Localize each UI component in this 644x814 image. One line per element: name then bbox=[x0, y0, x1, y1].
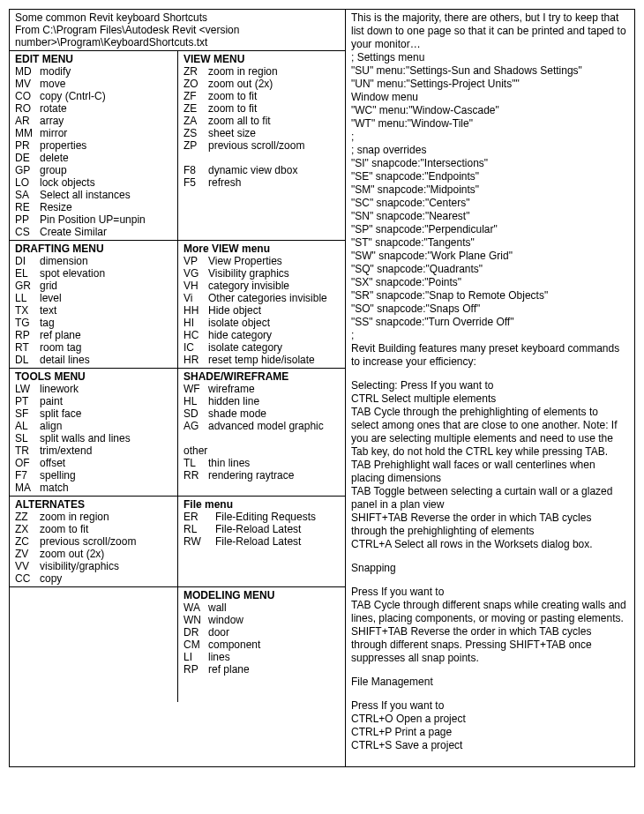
shortcut-text: zoom to fit bbox=[208, 90, 257, 102]
shortcut-code: WN bbox=[183, 614, 208, 626]
text-line: "WT" menu:"Window-Tile" bbox=[351, 117, 627, 131]
text-line: CTRL Select multiple elements bbox=[351, 392, 627, 406]
shortcut-text: reset temp hide/isolate bbox=[208, 354, 315, 366]
row-modeling: MODELING MENU WAwallWNwindowDRdoorCMcomp… bbox=[10, 587, 345, 702]
shortcut-code: HC bbox=[183, 329, 208, 341]
shortcut-text: previous scroll/zoom bbox=[208, 139, 304, 152]
shortcut-text: wall bbox=[208, 601, 227, 614]
row-alternates-file: ALTERNATES ZZzoom in regionZXzoom to fit… bbox=[10, 497, 345, 587]
moreview-menu-col: More VIEW menu VPView PropertiesVGVisibi… bbox=[177, 241, 345, 368]
shortcut-code: GR bbox=[15, 280, 40, 292]
shortcut-item: REResize bbox=[15, 201, 172, 213]
shortcut-text: hidden line bbox=[208, 395, 259, 407]
tools-menu-col: TOOLS MENU LWlineworkPTpaintSFsplit face… bbox=[10, 369, 177, 496]
shortcut-item: CMcomponent bbox=[183, 639, 340, 651]
shortcut-item: RPref plane bbox=[183, 663, 340, 676]
shortcut-item: ZOzoom out (2x) bbox=[183, 78, 340, 90]
shortcut-text: group bbox=[40, 164, 67, 176]
shortcut-item: AGadvanced model graphic bbox=[183, 420, 340, 432]
shortcut-text: split walls and lines bbox=[40, 432, 131, 444]
snapping-press: Press If you want to bbox=[351, 586, 627, 599]
shortcut-item: HHHide object bbox=[183, 304, 340, 317]
shortcut-text: advanced model graphic bbox=[208, 420, 324, 432]
shortcut-code: ZC bbox=[15, 535, 40, 548]
shortcut-code: RR bbox=[183, 469, 208, 482]
shortcut-text: dimension bbox=[40, 255, 88, 267]
shade-menu-title: SHADE/WIREFRAME bbox=[183, 370, 340, 383]
selecting-title: Selecting: Press If you want to bbox=[351, 379, 627, 392]
text-line: "SR" snapcode:"Snap to Remote Objects" bbox=[351, 289, 627, 302]
shortcut-item: ZEzoom to fit bbox=[183, 102, 340, 115]
shortcut-item: SDshade mode bbox=[183, 407, 340, 420]
shortcut-text: Select all instances bbox=[40, 189, 131, 201]
tools-menu-title: TOOLS MENU bbox=[15, 370, 172, 383]
shortcut-code: VG bbox=[183, 267, 208, 280]
shortcut-text: lock objects bbox=[40, 176, 95, 189]
text-line: TAB Toggle between selecting a curtain w… bbox=[351, 485, 627, 512]
shortcut-code: RT bbox=[15, 341, 40, 354]
shortcut-item: DLdetail lines bbox=[15, 354, 172, 366]
shortcut-item: ZAzoom all to fit bbox=[183, 115, 340, 127]
shortcut-text: modify bbox=[40, 65, 71, 78]
shortcut-text: rotate bbox=[40, 102, 67, 115]
shortcut-code: CC bbox=[15, 572, 40, 585]
shortcut-text: linework bbox=[40, 383, 79, 395]
shortcut-item: F7spelling bbox=[15, 469, 172, 482]
shortcut-item: ZPprevious scroll/zoom bbox=[183, 139, 340, 152]
text-line: "SI" snapcode:"Intersections" bbox=[351, 157, 627, 170]
snap-title: ; snap overrides bbox=[351, 144, 627, 157]
shortcut-code: ZA bbox=[183, 115, 208, 127]
shortcut-item: OFoffset bbox=[15, 457, 172, 469]
shortcut-code: RO bbox=[15, 102, 40, 115]
shortcut-item: DIdimension bbox=[15, 255, 172, 267]
text-line: SHIFT+TAB Reverse the order in which TAB… bbox=[351, 512, 627, 538]
shortcut-item: RLFile-Reload Latest bbox=[183, 523, 340, 535]
shortcut-text: move bbox=[40, 78, 65, 90]
shortcut-item: TGtag bbox=[15, 317, 172, 329]
shortcut-code: AL bbox=[15, 420, 40, 432]
shortcut-text: Hide object bbox=[208, 304, 261, 317]
shortcut-code: F8 bbox=[183, 164, 208, 176]
shortcut-text: Pin Position UP=unpin bbox=[40, 213, 146, 226]
text-line: CTRL+A Select all rows in the Worksets d… bbox=[351, 538, 627, 551]
shortcut-item: ALalign bbox=[15, 420, 172, 432]
shortcut-item: ERFile-Editing Requests bbox=[183, 511, 340, 523]
shortcut-item: PRproperties bbox=[15, 139, 172, 152]
shortcut-code: GP bbox=[15, 164, 40, 176]
shortcut-code: EL bbox=[15, 267, 40, 280]
shortcut-code: ZX bbox=[15, 523, 40, 535]
shortcut-item: ViOther categories invisible bbox=[183, 292, 340, 304]
file-ops-list: CTRL+O Open a projectCTRL+P Print a page… bbox=[351, 713, 627, 752]
shortcut-code: TL bbox=[183, 457, 208, 469]
shortcut-item: MMmirror bbox=[15, 127, 172, 139]
shortcut-text: Create Similar bbox=[40, 226, 107, 238]
text-line: "SX" snapcode:"Points" bbox=[351, 276, 627, 289]
shortcut-text: component bbox=[208, 639, 260, 651]
file-menu-col: File menu ERFile-Editing RequestsRLFile-… bbox=[177, 497, 345, 586]
shortcut-code: HR bbox=[183, 354, 208, 366]
shortcut-code: ZO bbox=[183, 78, 208, 90]
shortcut-item: VVvisibility/graphics bbox=[15, 560, 172, 572]
shortcut-text: Visibility graphics bbox=[208, 267, 289, 280]
shortcut-code: DR bbox=[183, 626, 208, 639]
shortcut-item: ROrotate bbox=[15, 102, 172, 115]
shortcut-code: MV bbox=[15, 78, 40, 90]
shortcut-item: MVmove bbox=[15, 78, 172, 90]
shortcut-item: ZVzoom out (2x) bbox=[15, 548, 172, 560]
shortcut-code: ZZ bbox=[15, 511, 40, 523]
shortcut-text: File-Reload Latest bbox=[215, 535, 301, 548]
window-menu-list: "WC" menu:"Window-Cascade""WT" menu:"Win… bbox=[351, 104, 627, 131]
text-line: "SQ" snapcode:"Quadrants" bbox=[351, 263, 627, 276]
file-menu-title: File menu bbox=[183, 498, 340, 511]
row-tools-shade: TOOLS MENU LWlineworkPTpaintSFsplit face… bbox=[10, 369, 345, 497]
shortcut-item: WFwireframe bbox=[183, 383, 340, 395]
shortcut-code: F7 bbox=[15, 469, 40, 482]
shortcut-code: MD bbox=[15, 65, 40, 78]
top-note-line2: From C:\Program Files\Autodesk Revit <ve… bbox=[15, 24, 340, 49]
shortcut-code: LW bbox=[15, 383, 40, 395]
shortcut-text: Resize bbox=[40, 201, 72, 213]
shortcut-code: SA bbox=[15, 189, 40, 201]
shortcut-item: DRdoor bbox=[183, 626, 340, 639]
shortcut-code: CO bbox=[15, 90, 40, 102]
drafting-menu-col: DRAFTING MENU DIdimensionELspot elevatio… bbox=[10, 241, 177, 368]
